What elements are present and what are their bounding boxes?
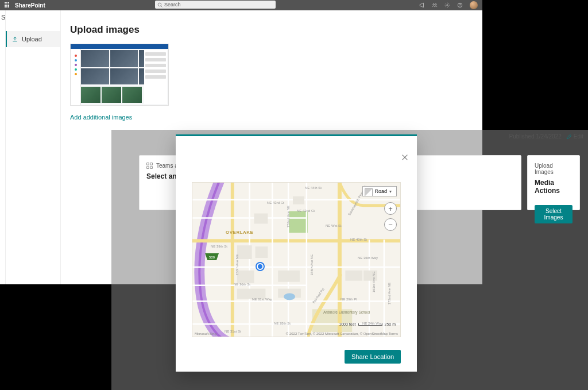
- map-label-172: 172nd Ave NE: [388, 283, 391, 304]
- map-label-ne39: NE 39th St: [211, 245, 227, 248]
- modal-close-button[interactable]: [401, 153, 409, 161]
- map-label-150: 150th Ave NE: [235, 254, 239, 276]
- search-placeholder: Search: [164, 2, 181, 7]
- svg-text:520: 520: [209, 256, 215, 259]
- image-thumbnail[interactable]: [70, 44, 169, 106]
- map-credits: Microsoft Bing © 2022 TomTom, © 2022 Mic…: [195, 332, 398, 335]
- svg-point-39: [284, 294, 295, 300]
- map-label-school: Ardmore Elementary School: [323, 310, 370, 314]
- user-avatar[interactable]: [470, 1, 478, 9]
- map-label-overlake: OVERLAKE: [226, 230, 253, 235]
- svg-rect-14: [288, 211, 308, 233]
- panel-title: Upload images: [70, 24, 473, 36]
- zoom-out-button[interactable]: −: [384, 218, 397, 231]
- svg-point-4: [447, 5, 448, 6]
- map-label-ne44: NE 44th St: [305, 186, 322, 190]
- map-label-163: 163rd Ave NE: [372, 272, 376, 293]
- zoom-in-button[interactable]: +: [384, 202, 397, 215]
- pencil-icon: [566, 134, 572, 140]
- svg-point-2: [433, 4, 435, 6]
- search-icon: [157, 2, 163, 7]
- published-date: Published 1/24/2022: [509, 133, 562, 140]
- edit-label: Edit: [574, 133, 583, 140]
- upload-icon: [11, 36, 18, 43]
- map-label-ne43: NE 43rd Ct: [267, 201, 284, 204]
- brand-label[interactable]: SharePoint: [15, 2, 45, 9]
- scale-meters: 250 m: [385, 322, 396, 326]
- scale-feet: 1000 feet: [339, 322, 355, 326]
- svg-point-0: [158, 3, 161, 6]
- search-box[interactable]: Search: [155, 1, 276, 9]
- suite-bar: SharePoint Search: [0, 0, 482, 10]
- svg-point-3: [435, 4, 437, 6]
- megaphone-icon[interactable]: [419, 2, 425, 8]
- map-label-ne36w: NE 36th Way: [358, 256, 378, 260]
- svg-rect-37: [254, 214, 268, 224]
- map-style-picker[interactable]: Road: [362, 186, 397, 196]
- map-label-ne42: NE 42nd Ct: [297, 209, 315, 213]
- credits-right: © 2022 TomTom, © 2022 Microsoft Corporat…: [286, 332, 398, 335]
- map-style-label[interactable]: Road: [362, 186, 397, 196]
- nav-upload-label: Upload: [22, 36, 42, 43]
- map-zoom-controls: + −: [384, 202, 397, 234]
- media-card: Upload Images Media Actions Select Image…: [527, 155, 580, 210]
- svg-point-6: [460, 6, 461, 7]
- map-label-ne40: NE 40th St: [350, 238, 367, 241]
- svg-rect-32: [278, 271, 300, 282]
- svg-rect-10: [150, 167, 152, 168]
- map-label-156: 156th Ave NE: [310, 254, 314, 276]
- edit-button[interactable]: Edit: [566, 133, 583, 140]
- suite-bar-actions: [419, 1, 478, 9]
- map-label-ne36: NE 36th St: [234, 283, 250, 286]
- svg-rect-35: [345, 271, 362, 281]
- location-pin-icon: [257, 263, 264, 270]
- map-label-ne29: NE 29th Pl: [341, 298, 357, 301]
- left-nav: Upload: [6, 10, 61, 284]
- svg-rect-8: [150, 163, 152, 165]
- svg-rect-29: [237, 245, 252, 259]
- map-label-ne31w: NE 31st Way: [252, 298, 272, 301]
- media-card-title: Media Actions: [535, 179, 572, 195]
- location-modal: 520: [176, 134, 417, 372]
- media-card-head: Upload Images: [535, 163, 572, 175]
- credits-left: Microsoft Bing: [195, 332, 216, 335]
- teams-icon[interactable]: [432, 2, 438, 8]
- page-command-bar: Published 1/24/2022 Edit: [509, 133, 583, 140]
- map-canvas[interactable]: 520: [192, 182, 401, 337]
- app-launcher-icon[interactable]: [5, 2, 10, 8]
- settings-icon[interactable]: [444, 2, 450, 8]
- select-images-button[interactable]: Select Images: [535, 205, 572, 223]
- add-images-link[interactable]: Add additional images: [70, 114, 473, 121]
- background-page: Published 1/24/2022 Edit Teams app Selec…: [111, 130, 588, 390]
- map-label-ne-wst: NE Wst St: [326, 224, 342, 227]
- svg-rect-31: [237, 271, 254, 283]
- map-label-152: 152nd Ave NE: [287, 206, 290, 227]
- svg-rect-7: [147, 163, 149, 165]
- close-icon: [401, 153, 409, 161]
- help-icon[interactable]: [457, 2, 463, 8]
- nav-upload[interactable]: Upload: [6, 31, 60, 47]
- svg-rect-30: [256, 246, 268, 258]
- site-initial: S: [0, 10, 6, 284]
- svg-line-1: [161, 6, 162, 7]
- svg-rect-9: [147, 167, 149, 168]
- svg-rect-38: [293, 196, 304, 204]
- share-location-button[interactable]: Share Location: [345, 350, 401, 364]
- modal-footer: Share Location: [345, 350, 401, 364]
- map-scale: 1000 feet 250 m: [339, 322, 396, 326]
- grid-icon: [146, 163, 153, 169]
- map-label-ne28: NE 28th St: [274, 322, 291, 325]
